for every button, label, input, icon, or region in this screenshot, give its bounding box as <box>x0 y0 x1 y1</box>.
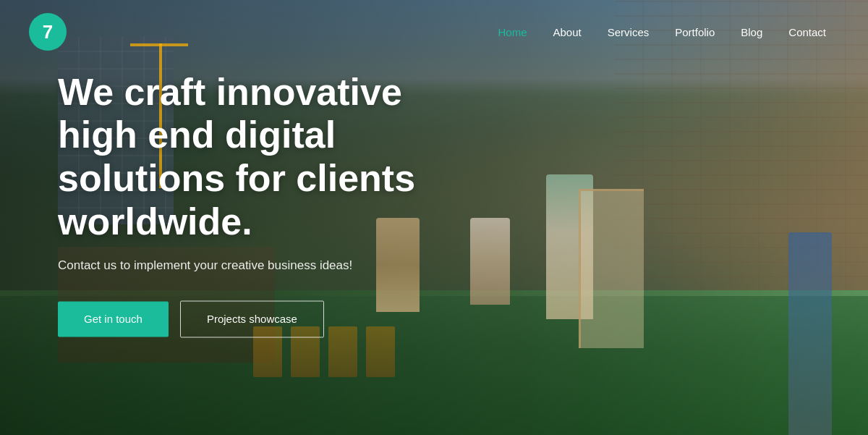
nav-link-portfolio[interactable]: Portfolio <box>662 19 728 46</box>
nav-item-blog[interactable]: Blog <box>728 19 775 46</box>
nav-item-portfolio[interactable]: Portfolio <box>662 19 728 46</box>
hero-subtitle: Contact us to implement your creative bu… <box>58 258 463 273</box>
nav-links: Home About Services Portfolio Blog Conta… <box>485 19 839 46</box>
nav-link-services[interactable]: Services <box>595 19 663 46</box>
nav-item-services[interactable]: Services <box>595 19 663 46</box>
nav-item-home[interactable]: Home <box>485 19 540 46</box>
hero-section: 7 Home About Services Portfolio Blog Con… <box>0 0 868 435</box>
projects-showcase-button[interactable]: Projects showcase <box>180 300 324 337</box>
nav-link-about[interactable]: About <box>540 19 595 46</box>
get-in-touch-button[interactable]: Get in touch <box>58 301 169 337</box>
nav-item-contact[interactable]: Contact <box>775 19 839 46</box>
hero-buttons: Get in touch Projects showcase <box>58 300 463 337</box>
navbar: 7 Home About Services Portfolio Blog Con… <box>0 0 868 64</box>
nav-link-blog[interactable]: Blog <box>728 19 775 46</box>
door-opening <box>579 189 644 348</box>
hero-title: We craft innovative high end digital sol… <box>58 71 463 244</box>
hero-content: We craft innovative high end digital sol… <box>0 71 521 337</box>
nav-link-contact[interactable]: Contact <box>775 19 839 46</box>
person-silhouette-4 <box>788 232 832 435</box>
nav-link-home[interactable]: Home <box>485 19 540 46</box>
logo[interactable]: 7 <box>29 13 67 51</box>
nav-item-about[interactable]: About <box>540 19 595 46</box>
